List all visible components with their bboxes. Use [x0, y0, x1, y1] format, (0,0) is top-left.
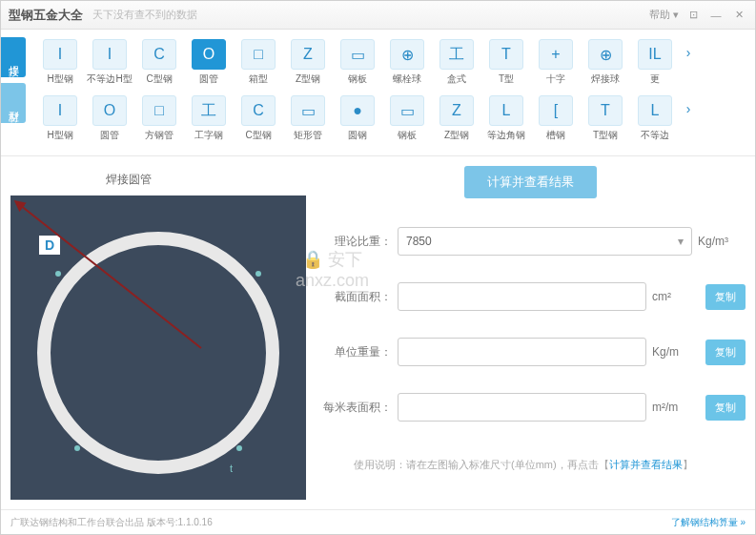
shape-bolt-ball[interactable]: ⊕螺栓球: [384, 37, 430, 88]
shape-title: 焊接圆管: [106, 172, 306, 188]
shape-box[interactable]: □箱型: [235, 37, 281, 88]
calculate-button[interactable]: 计算并查看结果: [464, 166, 597, 198]
density-select[interactable]: 7850: [398, 227, 692, 256]
uneq-icon: L: [638, 95, 672, 126]
shape-label: Z型钢: [444, 129, 469, 142]
t-shape-icon: T: [489, 39, 523, 70]
row-more-icon[interactable]: ›: [682, 37, 695, 68]
density-label: 理论比重：: [316, 234, 392, 250]
shape-h-beam[interactable]: IH型钢: [37, 37, 83, 88]
plate-icon: ▭: [340, 39, 375, 70]
shape-label: 等边角钢: [487, 129, 525, 142]
pin-icon[interactable]: ⊡: [684, 7, 702, 24]
area-unit: cm²: [652, 290, 700, 303]
shape-i-beam[interactable]: 工工字钢: [186, 93, 232, 144]
shape-label: 圆钢: [348, 129, 367, 142]
shape-z-beam2[interactable]: ZZ型钢: [434, 93, 480, 144]
z-beam-icon: Z: [291, 39, 325, 70]
row-more-icon[interactable]: ›: [682, 93, 695, 124]
weight-input[interactable]: [398, 338, 646, 366]
help-menu[interactable]: 帮助 ▾: [649, 8, 679, 22]
main-content: 焊接圆管 D t 计算并查看结果 理论比重：: [1, 156, 755, 509]
rect-pipe-icon: ▭: [291, 95, 325, 126]
shape-box2[interactable]: 工盒式: [434, 37, 480, 88]
shape-plate2[interactable]: ▭钢板: [384, 93, 430, 144]
shape-c-beam2[interactable]: CC型钢: [235, 93, 281, 144]
status-right-link[interactable]: 了解钢结构算量 »: [671, 516, 746, 529]
plate2-icon: ▭: [390, 95, 424, 126]
shape-t-shape[interactable]: TT型: [483, 37, 529, 88]
channel-icon: [: [539, 95, 573, 126]
h-beam-icon: I: [43, 39, 77, 70]
round-pipe-icon: O: [92, 95, 127, 126]
shape-sq-pipe[interactable]: □方钢管: [136, 93, 182, 144]
shape-label: H型钢: [47, 129, 72, 142]
app-subtitle: 天下没有查不到的数据: [92, 8, 197, 22]
round-steel-icon: ●: [340, 95, 375, 126]
shape-label: C型钢: [146, 72, 172, 86]
close-icon[interactable]: ✕: [730, 7, 747, 24]
shape-uneq[interactable]: L不等边: [632, 93, 678, 144]
shape-rect-pipe[interactable]: ▭矩形管: [285, 93, 331, 144]
shape-label: 圆管: [100, 129, 119, 142]
svg-line-5: [20, 205, 201, 348]
weight-unit: Kg/m: [652, 345, 700, 359]
toolbar: 焊接 型材 IH型钢I不等边H型CC型钢O圆管□箱型ZZ型钢▭钢板⊕螺栓球工盒式…: [1, 30, 755, 156]
shape-label: 工字钢: [194, 129, 223, 142]
shape-label: 箱型: [249, 72, 268, 86]
shape-label: 钢板: [398, 129, 417, 142]
shape-label: 更: [650, 72, 660, 86]
shape-label: 方钢管: [145, 129, 174, 142]
area-label: 截面面积：: [316, 289, 392, 305]
shape-eq-angle[interactable]: L等边角钢: [483, 93, 529, 144]
status-left: 广联达钢结构和工作台联合出品 版本号:1.1.0.16: [10, 516, 213, 529]
c-beam-icon: C: [142, 39, 176, 70]
sq-pipe-icon: □: [142, 95, 176, 126]
shape-h-beam2[interactable]: IH型钢: [37, 93, 83, 144]
surface-unit: m²/m: [652, 401, 700, 414]
shape-t-beam[interactable]: TT型钢: [582, 93, 628, 144]
copy-area-button[interactable]: 复制: [705, 284, 746, 310]
z-beam2-icon: Z: [439, 95, 474, 126]
area-input[interactable]: [398, 282, 646, 311]
shape-pipe[interactable]: O圆管: [186, 37, 232, 88]
shape-round-steel[interactable]: ●圆钢: [335, 93, 380, 144]
shape-label: 焊接球: [591, 72, 620, 86]
shape-label: Z型钢: [296, 72, 320, 86]
shape-label: 钢板: [348, 72, 367, 86]
titlebar: 型钢五金大全 天下没有查不到的数据 帮助 ▾ ⊡ — ✕: [1, 1, 755, 30]
shape-channel[interactable]: [槽钢: [533, 93, 579, 144]
annotation-arrow: [10, 195, 211, 367]
shape-uneq-h[interactable]: I不等边H型: [87, 37, 133, 88]
box2-icon: 工: [439, 39, 474, 70]
shape-round-pipe[interactable]: O圆管: [87, 93, 133, 144]
usage-hint: 使用说明：请在左图输入标准尺寸(单位mm)，再点击【计算并查看结果】: [354, 458, 746, 472]
shape-label: 不等边H型: [87, 72, 132, 86]
shape-c-beam[interactable]: CC型钢: [136, 37, 182, 88]
shape-more1[interactable]: IL更: [632, 37, 678, 88]
copy-weight-button[interactable]: 复制: [705, 340, 746, 365]
app-title: 型钢五金大全: [9, 7, 83, 24]
uneq-h-icon: I: [92, 39, 127, 70]
tab-welding[interactable]: 焊接: [1, 37, 26, 77]
diagram-canvas[interactable]: D t: [10, 195, 306, 500]
surface-label: 每米表面积：: [316, 400, 392, 416]
dimension-t-label: t: [230, 463, 233, 474]
shape-z-beam[interactable]: ZZ型钢: [285, 37, 331, 88]
t-beam-icon: T: [588, 95, 623, 126]
shape-label: 盒式: [447, 72, 466, 86]
copy-surface-button[interactable]: 复制: [705, 395, 746, 421]
shape-label: 不等边: [641, 129, 669, 142]
weight-label: 单位重量：: [316, 344, 392, 360]
tab-profile[interactable]: 型材: [1, 83, 26, 123]
shape-label: 圆管: [199, 72, 218, 86]
svg-point-3: [74, 445, 80, 451]
shape-cross[interactable]: +十字: [533, 37, 579, 88]
h-beam2-icon: I: [43, 95, 77, 126]
minimize-icon[interactable]: —: [707, 7, 725, 24]
shape-weld-ball[interactable]: ⊕焊接球: [582, 37, 628, 88]
shape-label: C型钢: [245, 129, 271, 142]
shape-label: 槽钢: [546, 129, 565, 142]
surface-input[interactable]: [398, 393, 646, 422]
shape-plate[interactable]: ▭钢板: [335, 37, 380, 88]
